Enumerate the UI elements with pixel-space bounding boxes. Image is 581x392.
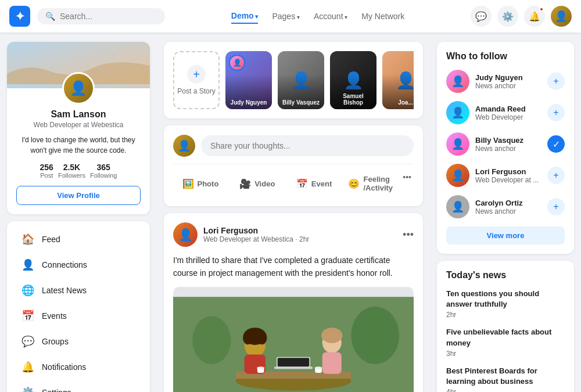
follow-item-lori: 👤 Lori Ferguson Web Developer at ... +	[446, 164, 565, 187]
nav-demo[interactable]: Demo	[231, 9, 259, 24]
post-user-avatar: 👤	[173, 135, 195, 157]
sidebar-label-latest-news: Latest News	[42, 286, 87, 295]
post-actions: 🖼️ Photo 🎥 Video 📅 Event 😊 Feeling /Acti…	[173, 164, 414, 197]
sidebar-item-latest-news[interactable]: 🌐 Latest News	[12, 278, 145, 303]
news-title-2: Five unbelievable facts about money	[446, 327, 565, 348]
add-story-button[interactable]: + Post a Story	[173, 51, 220, 109]
story-name-billy: Billy Vasquez	[280, 99, 322, 106]
post-input-row: 👤	[173, 135, 414, 157]
story-name-samuel: Samuel Bishop	[332, 93, 374, 106]
sidebar-label-settings: Settings	[42, 388, 71, 392]
left-sidebar: 👤 Sam Lanson Web Developer at Webestica …	[0, 33, 157, 392]
svg-point-1	[351, 307, 399, 364]
news-item-3[interactable]: Best Pinterest Boards for learning about…	[446, 366, 565, 392]
svg-point-2	[192, 316, 231, 364]
profile-title: Web Developer at Webestica	[16, 121, 141, 129]
story-item-billy[interactable]: 👤 Billy Vasquez	[278, 51, 324, 109]
post-thought-input[interactable]	[201, 135, 414, 156]
follow-info-judy: Judy Nguyen News anchor	[475, 73, 541, 90]
add-story-label: Post a Story	[177, 87, 215, 95]
svg-rect-15	[278, 358, 310, 366]
today-news-title: Today's news	[446, 270, 565, 280]
event-action-button[interactable]: 📅 Event	[287, 170, 342, 197]
sidebar-item-settings[interactable]: ⚙️ Settings	[12, 380, 145, 392]
feed-post-1: 👤 Lori Ferguson Web Developer at Webesti…	[164, 213, 423, 392]
page-layout: 👤 Sam Lanson Web Developer at Webestica …	[0, 0, 581, 392]
news-time-3: 4hr	[446, 388, 565, 392]
notification-dot	[539, 7, 544, 12]
photo-action-button[interactable]: 🖼️ Photo	[173, 170, 228, 197]
view-profile-button[interactable]: View Profile	[16, 186, 141, 205]
main-feed: + Post a Story 👤 Judy Nguyen 👤 Billy Vas…	[157, 33, 430, 392]
profile-card: 👤 Sam Lanson Web Developer at Webestica …	[7, 42, 150, 214]
news-item-1[interactable]: Ten questions you should answer truthful…	[446, 289, 565, 319]
nav-account[interactable]: Account	[314, 9, 347, 23]
app-logo[interactable]: ✦	[9, 6, 30, 27]
sidebar-label-connections: Connections	[42, 260, 87, 269]
search-input[interactable]	[60, 12, 157, 21]
stat-post: 256 Post	[40, 163, 53, 179]
follow-avatar-lori: 👤	[446, 164, 469, 187]
post-image-1	[173, 287, 414, 392]
stat-post-label: Post	[40, 172, 53, 179]
sidebar-item-connections[interactable]: 👤 Connections	[12, 253, 145, 277]
story-item-joa[interactable]: 👤 Joa...	[382, 51, 414, 109]
follow-role-amanda: Web Developer	[475, 113, 541, 121]
post-options-button-1[interactable]: •••	[403, 229, 414, 241]
sidebar-label-events: Events	[42, 311, 67, 321]
post-user-time-1: 2hr	[299, 235, 309, 243]
video-action-button[interactable]: 🎥 Video	[230, 170, 285, 197]
feeling-action-button[interactable]: 😊 Feeling /Activity	[343, 170, 398, 197]
nav-network[interactable]: My Network	[361, 9, 404, 23]
follow-name-billy: Billy Vasquez	[475, 136, 541, 145]
search-bar[interactable]: 🔍	[37, 8, 165, 24]
search-icon: 🔍	[45, 12, 55, 21]
follow-button-carolyn[interactable]: +	[547, 198, 565, 215]
news-time-2: 3hr	[446, 350, 565, 358]
sidebar-item-notifications[interactable]: 🔔 Notifications	[12, 355, 145, 379]
messages-button[interactable]: 💬	[471, 6, 492, 27]
post-avatar-lori: 👤	[173, 222, 198, 247]
view-more-button[interactable]: View more	[446, 226, 565, 244]
video-label: Video	[254, 179, 275, 188]
photo-label: Photo	[198, 179, 219, 188]
follow-info-carolyn: Carolyn Ortiz News anchor	[475, 199, 541, 215]
feeling-label: Feeling /Activity	[363, 175, 393, 192]
follow-avatar-amanda: 👤	[446, 101, 469, 124]
sidebar-item-events[interactable]: 📅 Events	[12, 304, 145, 328]
story-item-samuel[interactable]: 👤 Samuel Bishop	[330, 51, 376, 109]
follow-avatar-billy: 👤	[446, 132, 469, 156]
sidebar-item-feed[interactable]: 🏠 Feed	[12, 227, 145, 251]
post-header-1: 👤 Lori Ferguson Web Developer at Webesti…	[173, 222, 414, 247]
event-label: Event	[311, 179, 332, 188]
profile-avatar: 👤	[62, 72, 95, 105]
settings-button[interactable]: ⚙️	[497, 6, 518, 27]
stories-row: + Post a Story 👤 Judy Nguyen 👤 Billy Vas…	[173, 51, 414, 109]
stat-followers: 2.5K Followers	[58, 163, 85, 179]
story-item-judy[interactable]: 👤 Judy Nguyen	[225, 51, 272, 109]
post-more-button[interactable]: •••	[400, 170, 414, 197]
follow-button-lori[interactable]: +	[547, 167, 565, 184]
settings-icon: ⚙️	[21, 386, 35, 392]
notifications-button[interactable]: 🔔	[524, 6, 545, 27]
follow-name-amanda: Amanda Reed	[475, 105, 541, 113]
follow-button-billy[interactable]: ✓	[547, 135, 565, 153]
user-avatar-nav[interactable]: 👤	[551, 6, 572, 27]
svg-point-8	[257, 331, 267, 344]
nav-pages[interactable]: Pages	[272, 9, 299, 23]
follow-info-billy: Billy Vasquez News anchor	[475, 136, 541, 153]
stat-followers-count: 2.5K	[58, 163, 85, 172]
events-icon: 📅	[21, 310, 35, 322]
follow-role-carolyn: News anchor	[475, 207, 541, 215]
news-title-1: Ten questions you should answer truthful…	[446, 289, 565, 310]
follow-button-amanda[interactable]: +	[547, 104, 565, 121]
post-text-1: I'm thrilled to share that I've complete…	[173, 254, 414, 280]
follow-button-judy[interactable]: +	[547, 73, 565, 90]
follow-item-amanda: 👤 Amanda Reed Web Developer +	[446, 101, 565, 124]
who-to-follow-card: Who to follow 👤 Judy Nguyen News anchor …	[437, 42, 574, 254]
video-icon: 🎥	[239, 178, 251, 189]
news-item-2[interactable]: Five unbelievable facts about money 3hr	[446, 327, 565, 357]
sidebar-item-groups[interactable]: 💬 Groups	[12, 329, 145, 354]
follow-info-amanda: Amanda Reed Web Developer	[475, 105, 541, 121]
add-story-plus-icon: +	[187, 65, 206, 84]
